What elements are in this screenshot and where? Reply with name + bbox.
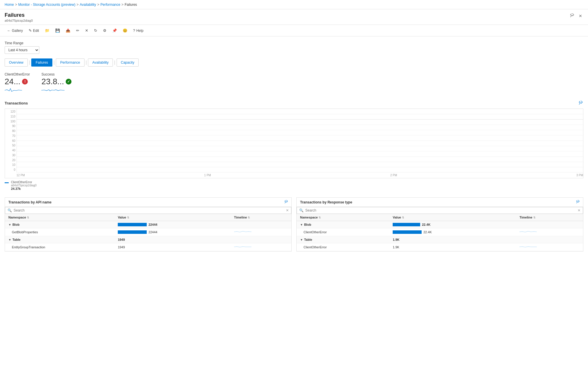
client-other-error-value-row: 24... ! bbox=[5, 77, 30, 86]
folder-icon: 📁 bbox=[45, 28, 49, 33]
client-other-error-sparkline bbox=[5, 87, 30, 93]
row-timeline bbox=[231, 243, 291, 251]
refresh-icon: ↻ bbox=[94, 28, 97, 33]
settings-button[interactable]: ⚙ bbox=[101, 27, 109, 34]
metric-client-other-error: ClientOtherError 24... ! bbox=[5, 72, 30, 93]
page-title: Failures bbox=[5, 12, 33, 18]
col-namespace-api[interactable]: Namespace ⇅ bbox=[5, 214, 114, 221]
row-value: 1949 bbox=[114, 236, 231, 243]
y-label-90: 90 bbox=[12, 124, 15, 128]
time-range-select[interactable]: Last 1 hour Last 4 hours Last 4 hours La… bbox=[5, 46, 39, 54]
y-label-0: 0 bbox=[14, 168, 15, 171]
table-row: EntityGroupTransaction 1949 bbox=[5, 243, 291, 251]
x-label-1pm: 1 PM bbox=[204, 174, 211, 177]
transactions-response-search[interactable]: 🔍 ✕ bbox=[297, 207, 583, 214]
gallery-button[interactable]: ← Gallery bbox=[5, 27, 25, 34]
y-label-50: 50 bbox=[12, 144, 15, 147]
grid-lines bbox=[17, 109, 583, 172]
y-label-100: 100 bbox=[10, 120, 15, 123]
transactions-api-title: Transactions by API name bbox=[8, 200, 52, 204]
y-label-20: 20 bbox=[12, 159, 15, 162]
legend-text-block: ClientOtherError a64sl75picsp2diag0 24.3… bbox=[11, 181, 36, 190]
row-value: 1.9K bbox=[389, 243, 516, 251]
col-value-api[interactable]: Value ⇅ bbox=[114, 214, 231, 221]
folder-button[interactable]: 📁 bbox=[43, 27, 52, 34]
export-icon: 📤 bbox=[66, 28, 70, 33]
success-value-row: 23.8... ✓ bbox=[41, 77, 71, 86]
chart-pin-button[interactable] bbox=[578, 100, 583, 106]
chart-y-axis: 120 110 100 90 80 70 60 50 40 30 20 10 0 bbox=[5, 109, 16, 172]
tab-overview[interactable]: Overview bbox=[5, 58, 28, 67]
refresh-button[interactable]: ↻ bbox=[92, 27, 100, 34]
transactions-api-search[interactable]: 🔍 ✕ bbox=[5, 207, 291, 214]
y-label-60: 60 bbox=[12, 139, 15, 142]
col-namespace-resp[interactable]: Namespace ⇅ bbox=[297, 214, 389, 221]
row-namespace: ▼Blob bbox=[297, 221, 389, 228]
transactions-api-search-input[interactable] bbox=[14, 208, 284, 212]
breadcrumb-failures: Failures bbox=[125, 3, 137, 7]
row-namespace: ▼Table bbox=[297, 236, 389, 243]
client-other-error-icon: ! bbox=[22, 79, 28, 85]
chart-header: Transactions bbox=[5, 100, 583, 106]
x-label-3pm: 3 PM bbox=[576, 174, 583, 177]
time-range-section: Time Range Last 1 hour Last 4 hours Last… bbox=[5, 41, 583, 54]
tab-capacity[interactable]: Capacity bbox=[117, 58, 139, 67]
transactions-api-table-section: Transactions by API name 🔍 ✕ Namespace ⇅… bbox=[5, 197, 292, 251]
export-button[interactable]: 📤 bbox=[63, 27, 73, 34]
chart-title: Transactions bbox=[5, 101, 28, 105]
pin-toolbar-button[interactable]: 📌 bbox=[110, 27, 119, 34]
tab-failures[interactable]: Failures bbox=[31, 58, 52, 67]
legend-sublabel: a64sl75picsp2diag0 bbox=[11, 184, 36, 187]
legend-color-bar bbox=[5, 182, 9, 183]
breadcrumb-home[interactable]: Home bbox=[5, 3, 14, 7]
breadcrumb-performance[interactable]: Performance bbox=[100, 3, 120, 7]
chart-plot-area bbox=[16, 109, 583, 172]
table-row: ▼Table 1949 bbox=[5, 236, 291, 243]
collapse-icon[interactable]: ▼ bbox=[8, 223, 11, 226]
row-namespace: ▼Blob bbox=[5, 221, 114, 228]
tab-performance[interactable]: Performance bbox=[56, 58, 84, 67]
value-text: 22.4K bbox=[422, 223, 430, 226]
edit-icon: ✎ bbox=[29, 28, 32, 33]
row-timeline bbox=[231, 236, 291, 243]
chart-container: 120 110 100 90 80 70 60 50 40 30 20 10 0 bbox=[5, 109, 583, 178]
value-bar bbox=[393, 223, 420, 226]
close-button[interactable]: ✕ bbox=[578, 12, 583, 19]
clear-icon[interactable]: ✕ bbox=[578, 208, 580, 212]
table-row: ClientOtherError 22.4K bbox=[297, 228, 583, 236]
feedback-button[interactable]: 😊 bbox=[120, 27, 130, 34]
transactions-response-table-header: Transactions by Response type bbox=[297, 198, 583, 207]
help-button[interactable]: ? Help bbox=[131, 27, 146, 34]
edit-button[interactable]: ✎ Edit bbox=[26, 27, 41, 34]
pin-button[interactable] bbox=[569, 12, 575, 19]
discard-button[interactable]: ✕ bbox=[83, 27, 91, 34]
breadcrumb-availability[interactable]: Availability bbox=[80, 3, 96, 7]
settings-icon: ⚙ bbox=[103, 28, 106, 33]
transactions-api-table-header: Transactions by API name bbox=[5, 198, 291, 207]
transactions-response-pin-button[interactable] bbox=[576, 200, 580, 204]
breadcrumb-monitor[interactable]: Monitor - Storage Accounts (preview) bbox=[18, 3, 75, 7]
save-icon: 💾 bbox=[55, 28, 60, 33]
pen-button[interactable]: ✏ bbox=[74, 27, 82, 34]
save-button[interactable]: 💾 bbox=[53, 27, 62, 34]
col-timeline-resp[interactable]: Timeline ⇅ bbox=[516, 214, 583, 221]
chart-x-axis: 12 PM 1 PM 2 PM 3 PM bbox=[16, 172, 583, 178]
feedback-icon: 😊 bbox=[123, 28, 127, 33]
value-bar bbox=[118, 223, 147, 226]
x-label-12pm: 12 PM bbox=[16, 174, 25, 177]
tab-availability[interactable]: Availability bbox=[88, 58, 113, 67]
metrics-row: ClientOtherError 24... ! Success 23.8...… bbox=[5, 72, 583, 93]
row-value: 22.4K bbox=[389, 228, 516, 236]
transactions-api-pin-button[interactable] bbox=[284, 200, 288, 204]
collapse-icon[interactable]: ▼ bbox=[300, 238, 303, 241]
col-timeline-api[interactable]: Timeline ⇅ bbox=[231, 214, 291, 221]
row-timeline bbox=[516, 221, 583, 228]
collapse-icon[interactable]: ▼ bbox=[8, 238, 11, 241]
gallery-icon: ← bbox=[7, 28, 11, 33]
clear-icon[interactable]: ✕ bbox=[286, 208, 289, 212]
collapse-icon[interactable]: ▼ bbox=[300, 223, 303, 226]
col-value-resp[interactable]: Value ⇅ bbox=[389, 214, 516, 221]
table-row: ClientOtherError 1.9K bbox=[297, 243, 583, 251]
success-sparkline bbox=[41, 87, 71, 93]
transactions-response-search-input[interactable] bbox=[305, 208, 576, 212]
